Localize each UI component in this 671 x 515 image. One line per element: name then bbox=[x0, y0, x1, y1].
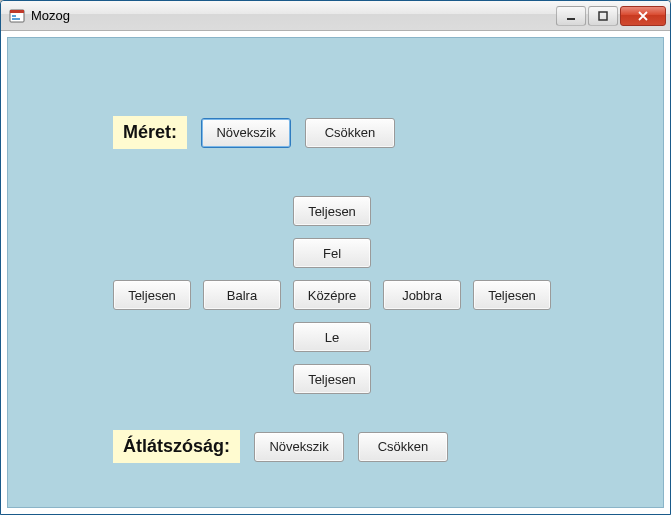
svg-rect-4 bbox=[567, 18, 575, 20]
client-area: Méret: Növekszik Csökken Teljesen Fel Te… bbox=[7, 37, 664, 508]
maximize-button[interactable] bbox=[588, 6, 618, 26]
size-row: Méret: Növekszik Csökken bbox=[113, 116, 395, 149]
move-fully-down-button[interactable]: Teljesen bbox=[293, 364, 371, 394]
titlebar[interactable]: Mozog bbox=[1, 1, 670, 31]
opacity-label: Átlátszóság: bbox=[113, 430, 240, 463]
minimize-button[interactable] bbox=[556, 6, 586, 26]
move-fully-up-button[interactable]: Teljesen bbox=[293, 196, 371, 226]
opacity-increase-button[interactable]: Növekszik bbox=[254, 432, 344, 462]
size-increase-button[interactable]: Növekszik bbox=[201, 118, 291, 148]
move-center-button[interactable]: Középre bbox=[293, 280, 371, 310]
move-down-button[interactable]: Le bbox=[293, 322, 371, 352]
svg-rect-1 bbox=[10, 10, 24, 13]
close-button[interactable] bbox=[620, 6, 666, 26]
svg-rect-5 bbox=[599, 12, 607, 20]
opacity-decrease-button[interactable]: Csökken bbox=[358, 432, 448, 462]
app-icon bbox=[9, 8, 25, 24]
move-right-button[interactable]: Jobbra bbox=[383, 280, 461, 310]
window-controls bbox=[556, 6, 666, 26]
opacity-row: Átlátszóság: Növekszik Csökken bbox=[113, 430, 448, 463]
move-fully-right-button[interactable]: Teljesen bbox=[473, 280, 551, 310]
window-title: Mozog bbox=[31, 8, 556, 23]
move-up-button[interactable]: Fel bbox=[293, 238, 371, 268]
movement-pad: Teljesen Fel Teljesen Balra Középre Jobb… bbox=[112, 196, 552, 406]
svg-rect-3 bbox=[12, 18, 20, 20]
app-window: Mozog Méret: Növekszik Csökken Teljesen … bbox=[0, 0, 671, 515]
svg-rect-2 bbox=[12, 15, 16, 17]
move-left-button[interactable]: Balra bbox=[203, 280, 281, 310]
size-decrease-button[interactable]: Csökken bbox=[305, 118, 395, 148]
size-label: Méret: bbox=[113, 116, 187, 149]
move-fully-left-button[interactable]: Teljesen bbox=[113, 280, 191, 310]
